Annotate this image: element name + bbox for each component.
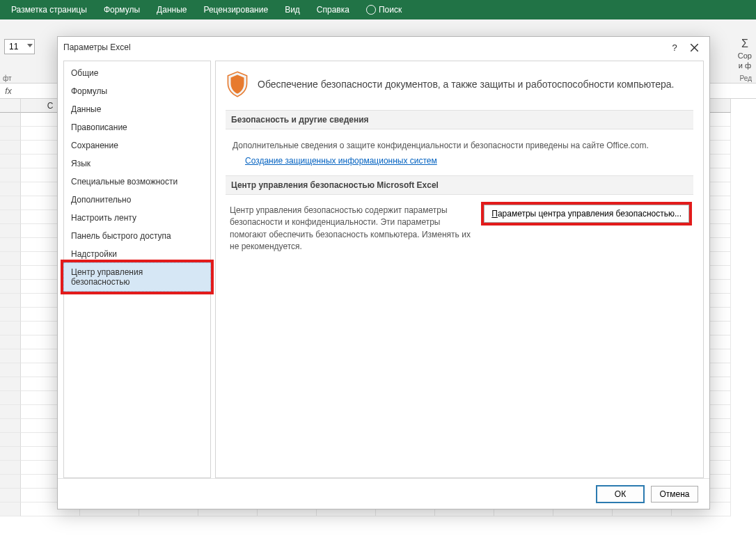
ribbon-tab-pagelayout[interactable]: Разметка страницы [4, 2, 94, 17]
close-button[interactable] [684, 40, 704, 55]
trust-center-row: Центр управления безопасностью содержит … [226, 202, 693, 256]
sidebar-item-addins[interactable]: Надстройки [64, 245, 210, 263]
ribbon-tab-data[interactable]: Данные [150, 2, 194, 17]
sidebar-item-formulas[interactable]: Формулы [64, 82, 210, 100]
section-head-trust-center: Центр управления безопасностью Microsoft… [226, 175, 693, 195]
chevron-down-icon [27, 44, 33, 47]
ribbon-group-label: фт [3, 74, 12, 82]
options-sidebar: Общие Формулы Данные Правописание Сохран… [63, 61, 211, 478]
sort-label: Сор [738, 52, 752, 60]
sidebar-item-general[interactable]: Общие [64, 64, 210, 82]
dialog-titlebar[interactable]: Параметры Excel ? [58, 37, 709, 58]
trusted-systems-link[interactable]: Создание защищенных информационных систе… [245, 156, 437, 166]
trust-center-settings-button[interactable]: Параметры центра управления безопасность… [484, 205, 689, 223]
ribbon-tabs: Разметка страницы Формулы Данные Рецензи… [0, 0, 756, 19]
autosum-icon[interactable]: Σ [741, 38, 748, 50]
ribbon-editing-group: Σ Сор и ф [738, 38, 752, 70]
accelerator-char: П [491, 209, 498, 219]
filter-label: и ф [739, 61, 751, 70]
security-info-text: Дополнительные сведения о защите конфиде… [233, 141, 649, 150]
select-all-corner[interactable] [0, 99, 21, 113]
ribbon-tab-formulas[interactable]: Формулы [97, 2, 147, 17]
help-button[interactable]: ? [665, 40, 684, 55]
trust-button-rest: араметры центра управления безопасностью… [498, 209, 682, 219]
sidebar-item-save[interactable]: Сохранение [64, 136, 210, 155]
ribbon-tab-help[interactable]: Справка [310, 2, 356, 17]
font-size-value: 11 [9, 42, 18, 52]
options-content: Обеспечение безопасности документов, а т… [215, 61, 704, 478]
sidebar-item-accessibility[interactable]: Специальные возможности [64, 173, 210, 191]
ribbon-tab-review[interactable]: Рецензирование [196, 2, 275, 17]
ribbon-tab-view[interactable]: Вид [278, 2, 307, 17]
ribbon-search[interactable]: Поиск [359, 2, 409, 17]
close-icon [691, 44, 698, 52]
dialog-footer: ОК Отмена [58, 478, 709, 509]
dialog-title: Параметры Excel [63, 42, 665, 52]
sidebar-item-data[interactable]: Данные [64, 100, 210, 118]
trust-center-description: Центр управления безопасностью содержит … [230, 205, 473, 253]
section-body-security-info: Дополнительные сведения о защите конфиде… [226, 136, 693, 168]
font-size-selector[interactable]: 11 [4, 39, 35, 54]
search-label: Поиск [379, 5, 402, 15]
hero-text: Обеспечение безопасности документов, а т… [258, 79, 674, 90]
sidebar-item-proofing[interactable]: Правописание [64, 118, 210, 136]
sidebar-item-customize-ribbon[interactable]: Настроить ленту [64, 209, 210, 227]
sidebar-item-trust-center[interactable]: Центр управления безопасностью [63, 262, 211, 292]
section-head-security-info: Безопасность и другие сведения [226, 110, 693, 129]
ribbon-group-label: Ред [740, 74, 752, 82]
sidebar-item-advanced[interactable]: Дополнительно [64, 191, 210, 209]
sidebar-item-quick-access[interactable]: Панель быстрого доступа [64, 227, 210, 245]
trust-center-hero: Обеспечение безопасности документов, а т… [226, 71, 693, 103]
excel-options-dialog: Параметры Excel ? Общие Формулы Данные П… [57, 36, 710, 509]
ok-button[interactable]: ОК [597, 486, 644, 503]
fx-icon[interactable]: fx [0, 86, 17, 96]
shield-icon [226, 71, 249, 97]
cancel-button[interactable]: Отмена [651, 486, 698, 503]
lightbulb-icon [366, 5, 376, 15]
sidebar-item-language[interactable]: Язык [64, 155, 210, 173]
